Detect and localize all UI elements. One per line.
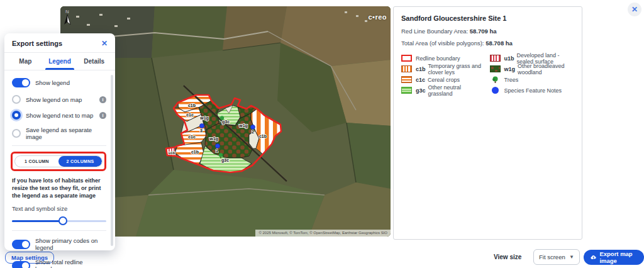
svg-text:c1b: c1b bbox=[191, 150, 199, 154]
view-size-dropdown[interactable]: Fit screen ▼ bbox=[533, 249, 580, 265]
export-settings-panel: Export settings ✕ Map Legend Details Sho… bbox=[4, 33, 115, 250]
radio-show-legend-next-to-map[interactable] bbox=[12, 111, 21, 120]
svg-text:c1b: c1b bbox=[188, 103, 196, 108]
svg-text:g3c: g3c bbox=[221, 158, 229, 163]
total-area-value: 58.708 ha bbox=[486, 40, 513, 47]
toggle-label: Show total redline boundary area bbox=[35, 259, 106, 268]
legend-label: Temporary grass and clover leys bbox=[428, 63, 486, 75]
export-button-label: Export map image bbox=[599, 250, 637, 264]
total-area-label: Total Area (of visible polygons): bbox=[401, 40, 486, 47]
legend-panel: Sandford Gloucestershire Site 1 Red Line… bbox=[393, 6, 582, 240]
radio-label: Show legend on map bbox=[26, 96, 82, 103]
c1b-swatch bbox=[401, 65, 412, 72]
panel-scrollbar[interactable] bbox=[111, 75, 113, 246]
dialog-close-icon[interactable]: ✕ bbox=[628, 3, 641, 16]
panel-title: Export settings bbox=[12, 40, 62, 47]
species-note-icon bbox=[490, 87, 501, 94]
legend-code: g3c bbox=[416, 87, 426, 94]
legend-item-g3c: g3c Other neutral grassland bbox=[401, 85, 486, 96]
legend-grid: Redline boundary c1b Temporary grass and… bbox=[401, 53, 574, 96]
show-legend-label: Show legend bbox=[35, 79, 70, 86]
legend-label: Trees bbox=[504, 77, 519, 83]
legend-item-species-notes: Species Feature Notes bbox=[490, 85, 575, 96]
site-title: Sandford Gloucestershire Site 1 bbox=[401, 14, 574, 22]
svg-text:w1g: w1g bbox=[209, 137, 218, 142]
show-primary-codes-toggle[interactable] bbox=[12, 240, 30, 249]
svg-text:c1c: c1c bbox=[186, 113, 194, 117]
view-size-value: Fit screen bbox=[539, 254, 565, 260]
legend-code: c1b bbox=[416, 66, 426, 72]
legend-label: Redline boundary bbox=[416, 55, 460, 62]
coreo-logo: c•reo bbox=[368, 13, 387, 21]
svg-text:3: 3 bbox=[200, 128, 203, 133]
svg-text:N: N bbox=[65, 9, 69, 14]
legend-label: Cereal crops bbox=[428, 77, 460, 83]
show-total-redline-toggle[interactable] bbox=[12, 261, 30, 268]
svg-text:2: 2 bbox=[252, 130, 254, 134]
slider-thumb[interactable] bbox=[58, 216, 67, 225]
total-area-stat: Total Area (of visible polygons): 58.708… bbox=[401, 40, 574, 47]
two-columns-button[interactable]: 2 COLUMNS bbox=[58, 156, 102, 167]
export-map-image-button[interactable]: Export map image bbox=[584, 250, 644, 265]
svg-text:u1b: u1b bbox=[169, 151, 175, 155]
legend-item-w1g: w1g Other broadleaved woodland bbox=[490, 64, 575, 74]
view-size-label: View size bbox=[494, 254, 521, 260]
radio-label: Show legend next to map bbox=[26, 112, 93, 119]
slider-fill bbox=[12, 220, 63, 222]
toggle-label: Show primary codes on legend bbox=[35, 237, 106, 251]
annotation-highlight: 1 COLUMN 2 COLUMNS bbox=[11, 152, 106, 171]
columns-segmented-control: 1 COLUMN 2 COLUMNS bbox=[14, 155, 103, 167]
g3c-swatch bbox=[401, 87, 412, 94]
slider-label: Text and symbol size bbox=[12, 205, 106, 212]
svg-text:w1g: w1g bbox=[199, 116, 209, 121]
svg-text:c1b: c1b bbox=[259, 134, 267, 138]
w1g-swatch bbox=[490, 65, 501, 72]
svg-text:c1c: c1c bbox=[188, 135, 196, 139]
legend-label: Species Feature Notes bbox=[504, 87, 562, 94]
u1b-swatch bbox=[490, 55, 501, 62]
legend-item-redline: Redline boundary bbox=[401, 53, 486, 64]
svg-text:g3c: g3c bbox=[222, 120, 230, 125]
info-icon[interactable]: i bbox=[99, 112, 106, 119]
cloud-upload-icon bbox=[591, 254, 596, 260]
export-map-dialog: c1b c1c w1g g3c w1g c1c w1g c1b c1b g3c … bbox=[0, 0, 644, 268]
radio-save-legend-separate[interactable] bbox=[12, 129, 21, 138]
close-icon[interactable]: ✕ bbox=[101, 40, 108, 47]
map-attribution: © 2025 Microsoft, © TomTom, © OpenStreet… bbox=[255, 230, 391, 237]
legend-item-c1c: c1c Cereal crops bbox=[401, 74, 486, 85]
legend-code: w1g bbox=[504, 66, 516, 72]
radio-show-legend-on-map[interactable] bbox=[12, 95, 21, 104]
tab-legend[interactable]: Legend bbox=[43, 53, 77, 70]
legend-code: u1b bbox=[504, 55, 514, 62]
redline-area-value: 58.709 ha bbox=[470, 28, 497, 35]
one-column-button[interactable]: 1 COLUMN bbox=[15, 156, 58, 167]
redline-swatch bbox=[401, 55, 412, 62]
legend-label: Other neutral grassland bbox=[428, 84, 486, 97]
tab-map[interactable]: Map bbox=[8, 53, 43, 70]
north-arrow-icon: N bbox=[62, 8, 72, 27]
chevron-down-icon: ▼ bbox=[569, 254, 574, 260]
info-icon[interactable]: i bbox=[99, 96, 106, 103]
svg-text:1: 1 bbox=[216, 148, 218, 153]
c1c-swatch bbox=[401, 76, 412, 83]
habitats-note: If you have lots of habitats either resi… bbox=[12, 177, 106, 199]
divider bbox=[12, 145, 106, 146]
redline-area-label: Red Line Boundary Area: bbox=[401, 28, 470, 35]
divider bbox=[12, 230, 106, 231]
show-legend-toggle[interactable] bbox=[12, 78, 30, 87]
svg-text:w1g: w1g bbox=[238, 123, 248, 128]
legend-code: c1c bbox=[416, 77, 425, 83]
tab-details[interactable]: Details bbox=[77, 53, 111, 70]
legend-item-u1b: u1b Developed land - sealed surface bbox=[490, 53, 575, 64]
redline-area-stat: Red Line Boundary Area: 58.709 ha bbox=[401, 28, 574, 35]
radio-label: Save legend as separate image bbox=[26, 126, 106, 140]
legend-label: Other broadleaved woodland bbox=[518, 63, 574, 75]
legend-item-trees: Trees bbox=[490, 74, 575, 85]
text-symbol-size-slider[interactable] bbox=[12, 216, 106, 225]
tree-icon bbox=[490, 76, 501, 84]
legend-item-c1b: c1b Temporary grass and clover leys bbox=[401, 64, 486, 74]
